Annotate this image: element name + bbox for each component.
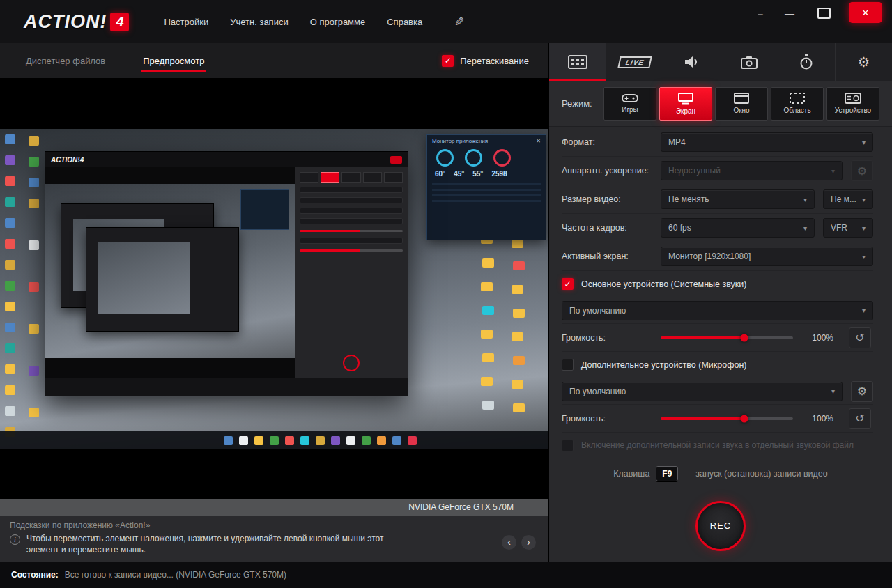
rec-button[interactable]: REC xyxy=(695,501,746,551)
settings-panel: LIVE xyxy=(548,43,892,562)
slider-knob[interactable] xyxy=(740,334,748,341)
tab-preview[interactable]: Предпросмотр xyxy=(141,50,206,72)
nested-action-window: ACTION!4 xyxy=(45,151,408,396)
nested-preview xyxy=(45,167,295,378)
tip-text: Чтобы переместить элемент наложения, наж… xyxy=(26,533,403,555)
framerate-select[interactable]: 60 fps ▾ xyxy=(661,218,815,238)
tips-section: Подсказки по приложению «Action!» i Чтоб… xyxy=(0,516,548,562)
tip-prev-button[interactable]: ‹ xyxy=(502,535,516,550)
preview-viewport[interactable]: Монитор приложения ✕ 60° 45° 55° 2598 xyxy=(0,78,548,499)
app-logo: ACTION! 4 xyxy=(24,11,129,33)
region-icon xyxy=(790,93,805,104)
rec-button-area: REC xyxy=(549,490,892,562)
stopwatch-icon xyxy=(799,54,813,70)
separate-audio-label: Включение дополнительной записи звука в … xyxy=(581,440,854,450)
widget-close-icon: ✕ xyxy=(536,138,541,144)
desktop-wallpaper-screenshot: Монитор приложения ✕ 60° 45° 55° 2598 xyxy=(0,129,548,449)
primary-audio-row[interactable]: ✓ Основное устройство (Системные звуки) xyxy=(562,271,873,297)
preview-panel: Диспетчер файлов Предпросмотр ✓ Перетаск… xyxy=(0,43,548,562)
tab-audio-recording[interactable] xyxy=(663,43,720,81)
mode-device-button[interactable]: Устройство xyxy=(826,87,879,121)
mode-row: Режим: Игры xyxy=(549,81,892,127)
mode-games-button[interactable]: Игры xyxy=(603,87,656,121)
menu-about[interactable]: О программе xyxy=(309,13,367,31)
widget-sensor-values: 60° 45° 55° 2598 xyxy=(435,170,538,178)
primary-volume-slider[interactable] xyxy=(661,336,793,339)
minimize-to-tray-button[interactable]: – xyxy=(747,0,774,26)
mode-region-button[interactable]: Область xyxy=(771,87,824,121)
logo-version-badge: 4 xyxy=(110,13,129,31)
secondary-audio-gear-button[interactable]: ⚙ xyxy=(851,381,873,402)
tab-settings[interactable]: ⚙ xyxy=(835,43,892,81)
primary-volume-label: Громкость: xyxy=(562,333,661,343)
nested-monitor-widget xyxy=(240,189,289,230)
primary-audio-checkbox[interactable]: ✓ xyxy=(562,278,574,290)
tab-video-capture[interactable] xyxy=(549,43,606,81)
menu-help[interactable]: Справка xyxy=(385,13,424,31)
menu-settings[interactable]: Настройки xyxy=(162,13,210,31)
feature-tabs: LIVE xyxy=(549,43,892,81)
primary-volume-row: Громкость: 100% ↺ xyxy=(562,324,873,352)
chevron-down-icon: ▾ xyxy=(856,196,866,203)
video-size-secondary-select[interactable]: Не м... ▾ xyxy=(823,189,873,209)
drag-checkbox[interactable]: ✓ xyxy=(442,55,454,67)
secondary-audio-label: Дополнительное устройство (Микрофон) xyxy=(581,360,747,370)
primary-volume-reset-button[interactable]: ↺ xyxy=(849,327,871,348)
maximize-button[interactable] xyxy=(806,0,842,26)
drag-and-drop-toggle[interactable]: ✓ Перетаскивание xyxy=(442,55,529,67)
desktop-icons-left xyxy=(5,134,15,144)
chevron-down-icon: ▾ xyxy=(856,253,866,261)
nested-window-logo: ACTION!4 xyxy=(51,156,84,164)
hotkey-key-badge: F9 xyxy=(656,466,678,481)
framerate-mode-select[interactable]: VFR ▾ xyxy=(823,218,873,238)
slider-fill xyxy=(661,417,744,420)
secondary-volume-value: 100% xyxy=(800,414,833,424)
tip-next-button[interactable]: › xyxy=(521,535,536,550)
active-screen-select[interactable]: Монитор [1920x1080] ▾ xyxy=(661,247,873,266)
logo-text: ACTION! xyxy=(24,11,107,33)
secondary-volume-slider[interactable] xyxy=(661,417,793,420)
secondary-audio-device-select[interactable]: По умолчанию ▾ xyxy=(562,382,843,401)
tips-navigation: ‹ › xyxy=(502,535,536,550)
chevron-down-icon: ▾ xyxy=(826,387,835,395)
tab-screenshots[interactable] xyxy=(721,43,778,81)
primary-audio-device-row: По умолчанию ▾ xyxy=(562,297,873,324)
tab-live-streaming[interactable]: LIVE xyxy=(606,43,663,81)
mode-screen-button[interactable]: Экран xyxy=(659,87,712,121)
video-size-label: Размер видео: xyxy=(562,194,661,204)
secondary-audio-row[interactable]: Дополнительное устройство (Микрофон) xyxy=(562,352,873,378)
active-screen-label: Активный экран: xyxy=(562,252,661,261)
tab-benchmark[interactable] xyxy=(778,43,835,81)
video-capture-icon xyxy=(568,55,587,69)
video-size-select[interactable]: Не менять ▾ xyxy=(661,189,815,209)
format-row: Формат: MP4 ▾ xyxy=(562,128,873,157)
titlebar: ACTION! 4 Настройки Учетн. записи О прог… xyxy=(0,0,892,43)
nested-close-icon xyxy=(390,156,402,164)
primary-audio-device-select[interactable]: По умолчанию ▾ xyxy=(562,301,873,320)
action-app-window: ACTION! 4 Настройки Учетн. записи О прог… xyxy=(0,0,892,588)
secondary-audio-checkbox[interactable] xyxy=(562,359,574,371)
mode-window-button[interactable]: Окно xyxy=(715,87,768,121)
menu-accounts[interactable]: Учетн. записи xyxy=(229,13,289,31)
mode-buttons: Игры Экран Окно xyxy=(603,87,879,121)
secondary-volume-reset-button[interactable]: ↺ xyxy=(849,408,871,429)
hotkey-prefix: Клавиша xyxy=(613,469,649,479)
window-controls: – — ✕ xyxy=(747,0,892,43)
slider-knob[interactable] xyxy=(740,415,748,422)
theme-brush-icon[interactable]: ✎ xyxy=(454,15,464,29)
rec-button-label: REC xyxy=(710,520,731,531)
gpu-overlay-bar: NVIDIA GeForce GTX 570M xyxy=(0,499,548,516)
active-screen-row: Активный экран: Монитор [1920x1080] ▾ xyxy=(562,242,873,271)
close-button[interactable]: ✕ xyxy=(849,2,882,23)
format-select[interactable]: MP4 ▾ xyxy=(661,132,873,152)
window-icon xyxy=(734,93,749,104)
framerate-label: Частота кадров: xyxy=(562,223,661,233)
secondary-volume-row: Громкость: 100% ↺ xyxy=(562,405,873,433)
chevron-down-icon: ▾ xyxy=(856,224,866,232)
hw-accel-select: Недоступный ▾ xyxy=(661,161,843,180)
minimize-button[interactable]: — xyxy=(774,0,806,26)
main-menu: Настройки Учетн. записи О программе Спра… xyxy=(162,13,424,31)
hw-accel-row: Аппаратн. ускорение: Недоступный ▾ ⚙ xyxy=(562,157,873,185)
tab-file-manager[interactable]: Диспетчер файлов xyxy=(24,50,107,72)
gear-icon: ⚙ xyxy=(857,55,870,69)
